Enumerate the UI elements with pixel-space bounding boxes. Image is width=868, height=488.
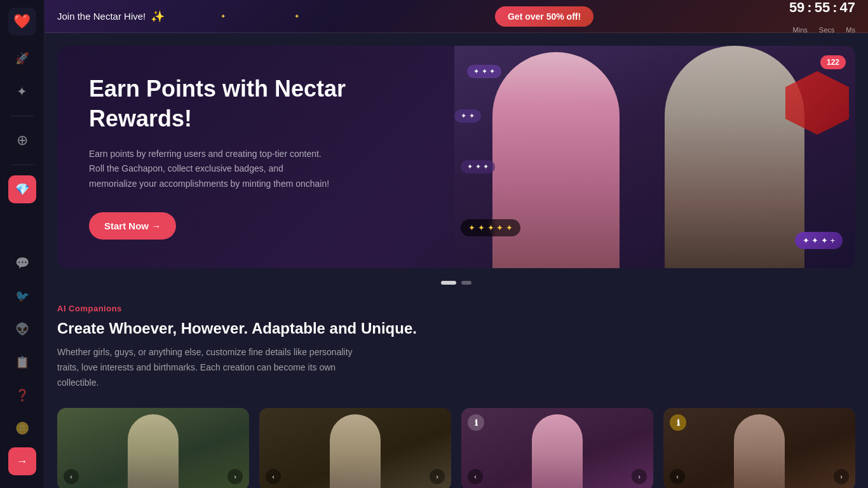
- sparkle-icon: ✦: [17, 84, 27, 99]
- sidebar-signin-button[interactable]: →: [8, 447, 36, 475]
- top-banner: Join the Nectar Hive! ✨ ✦ ✦ Get over 50%…: [0, 0, 868, 33]
- companions-label: AI Companions: [57, 304, 855, 313]
- floating-badge-3: ✦ ✦ ✦: [461, 160, 494, 173]
- badge-rating-2: ✦ ✦ ✦ +: [795, 232, 843, 249]
- card-4-next-arrow[interactable]: ›: [834, 469, 849, 484]
- sidebar-item-discover[interactable]: ✦: [8, 78, 36, 105]
- timer-colon-2: :: [832, 0, 837, 16]
- char-card-3-bg: ℹ ‹ ›: [461, 408, 653, 488]
- sidebar-item-explore[interactable]: 🚀: [8, 44, 36, 72]
- badge-rating-1: ✦ ✦ ✦ ✦ ✦: [461, 219, 520, 236]
- banner-left: Join the Nectar Hive! ✨ ✦ ✦: [57, 10, 299, 24]
- card-2-next-arrow[interactable]: ›: [430, 469, 445, 484]
- hero-content: Earn Points with Nectar Rewards! Earn po…: [57, 46, 454, 268]
- card-4-info-icon[interactable]: ℹ: [670, 414, 686, 431]
- logo-icon: ❤️: [13, 13, 31, 30]
- timer-ms: 47: [840, 0, 855, 16]
- card-2-prev-arrow[interactable]: ‹: [266, 469, 281, 484]
- banner-star-deco-2: ✦: [294, 13, 299, 20]
- floating-badge-1: ✦ ✦ ✦: [467, 65, 501, 78]
- hero-title: Earn Points with Nectar Rewards!: [89, 74, 423, 134]
- sidebar-item-blog[interactable]: 📋: [8, 348, 36, 376]
- sidebar-divider-2: [11, 165, 34, 165]
- timer-display: 59 : 55 : 47: [789, 0, 855, 25]
- char-card-1[interactable]: ‹ ›: [57, 408, 249, 488]
- timer-labels: Mins Secs Ms: [793, 26, 855, 34]
- card-1-character: [128, 414, 179, 488]
- companions-description: Whether girls, guys, or anything else, c…: [57, 345, 375, 390]
- main-content: Earn Points with Nectar Rewards! Earn po…: [44, 33, 868, 488]
- sidebar: ❤️ 🚀 ✦ ⊕ 💎 💬 🐦 👽 📋 ❓: [0, 0, 44, 488]
- blog-icon: 📋: [15, 355, 29, 369]
- char-card-4[interactable]: ℹ ‹ ›: [663, 408, 855, 488]
- companions-title: Create Whoever, However. Adaptable and U…: [57, 320, 855, 337]
- sidebar-bottom: 💬 🐦 👽 📋 ❓ 🪙 →: [8, 249, 36, 488]
- timer-block: 59 : 55 : 47 Mins Secs Ms: [789, 0, 855, 34]
- card-4-prev-arrow[interactable]: ‹: [670, 469, 685, 484]
- discord-icon: 💬: [15, 256, 29, 270]
- hero-start-button[interactable]: Start Now →: [89, 212, 176, 240]
- hero-description: Earn points by referring users and creat…: [89, 147, 330, 192]
- sidebar-logo[interactable]: ❤️: [8, 8, 36, 36]
- mins-label: Mins: [793, 26, 808, 34]
- hero-image: 122 ✦ ✦ ✦ ✦ ✦ ✦ ✦ ✦ + ✦ ✦ ✦ ✦ ✦ ✦ ✦ ✦: [454, 46, 855, 268]
- sidebar-item-discord[interactable]: 💬: [8, 249, 36, 277]
- sidebar-item-credits[interactable]: 🪙: [8, 414, 36, 442]
- rocket-icon: 🚀: [15, 51, 29, 65]
- char-card-2[interactable]: ‹ ›: [259, 408, 451, 488]
- sidebar-item-help[interactable]: ❓: [8, 381, 36, 409]
- char-card-2-bg: ‹ ›: [259, 408, 451, 488]
- slide-dot-1[interactable]: [441, 281, 456, 285]
- hero-banner: Earn Points with Nectar Rewards! Earn po…: [57, 46, 855, 268]
- help-icon: ❓: [15, 388, 29, 402]
- character-2: [665, 46, 804, 268]
- card-2-character: [330, 414, 381, 488]
- reddit-icon: 👽: [15, 322, 29, 336]
- char-card-4-bg: ℹ ‹ ›: [663, 408, 855, 488]
- badge-number: 122: [820, 55, 846, 69]
- signin-icon: →: [17, 455, 28, 468]
- sidebar-nav: 🚀 ✦ ⊕ 💎: [0, 44, 44, 203]
- sidebar-item-add[interactable]: ⊕: [8, 126, 36, 154]
- slide-indicators: [57, 281, 855, 285]
- sidebar-item-twitter[interactable]: 🐦: [8, 282, 36, 310]
- slide-dot-2[interactable]: [461, 281, 471, 285]
- twitter-icon: 🐦: [15, 289, 29, 303]
- banner-star-deco-1: ✦: [220, 13, 226, 20]
- banner-text: Join the Nectar Hive!: [57, 11, 146, 22]
- credits-icon: 🪙: [15, 421, 29, 435]
- floating-badge-2: ✦ ✦: [454, 109, 480, 123]
- char-card-1-bg: ‹ ›: [57, 408, 249, 488]
- banner-cta-button[interactable]: Get over 50% off!: [495, 6, 593, 27]
- card-3-info-icon[interactable]: ℹ: [468, 414, 484, 431]
- sidebar-divider: [11, 116, 34, 116]
- card-1-prev-arrow[interactable]: ‹: [64, 469, 79, 484]
- sidebar-item-rewards[interactable]: 💎: [8, 175, 36, 203]
- char-cards-grid: ‹ › ‹ › ℹ ‹ ›: [57, 408, 855, 488]
- timer-colon-1: :: [807, 0, 811, 16]
- timer-mins: 59: [789, 0, 804, 16]
- diamond-icon: 💎: [15, 182, 29, 196]
- companions-section: AI Companions Create Whoever, However. A…: [57, 304, 855, 488]
- char-card-3[interactable]: ℹ ‹ ›: [461, 408, 653, 488]
- card-3-next-arrow[interactable]: ›: [632, 469, 647, 484]
- hero-image-area: 122 ✦ ✦ ✦ ✦ ✦ ✦ ✦ ✦ + ✦ ✦ ✦ ✦ ✦ ✦ ✦ ✦: [454, 46, 855, 268]
- card-3-prev-arrow[interactable]: ‹: [468, 469, 483, 484]
- ms-label: Ms: [846, 26, 855, 34]
- sidebar-item-reddit[interactable]: 👽: [8, 315, 36, 343]
- card-1-next-arrow[interactable]: ›: [227, 469, 243, 484]
- card-4-character: [734, 414, 785, 488]
- secs-label: Secs: [819, 26, 834, 34]
- card-3-character: [532, 414, 583, 488]
- banner-sparkle-icon: ✨: [151, 10, 165, 24]
- timer-secs: 55: [815, 0, 830, 16]
- add-icon: ⊕: [17, 132, 28, 149]
